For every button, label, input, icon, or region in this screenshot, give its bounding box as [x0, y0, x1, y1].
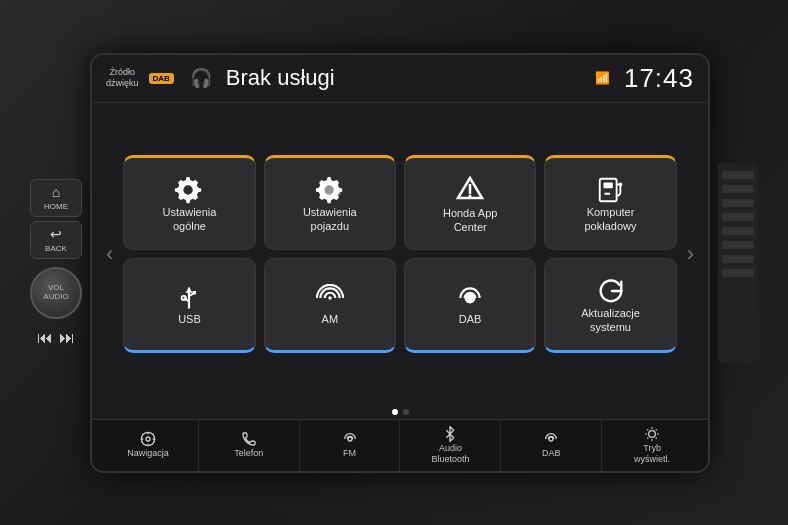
- home-icon: ⌂: [52, 184, 60, 200]
- prev-track-button[interactable]: ⏮: [37, 329, 53, 347]
- back-button[interactable]: ↩ BACK: [30, 221, 82, 259]
- nav-label-dab: DAB: [542, 448, 561, 459]
- vent-slat: [722, 185, 754, 193]
- tile-ustawienia-ogolne[interactable]: Ustawieniaogólne: [123, 155, 255, 250]
- navigation-icon: [140, 431, 156, 447]
- clock-display: 17:43: [624, 63, 694, 94]
- prev-page-arrow[interactable]: ‹: [100, 241, 119, 267]
- vent-slat: [722, 255, 754, 263]
- car-gear-icon: [315, 175, 345, 205]
- svg-rect-4: [603, 182, 612, 188]
- svg-point-24: [649, 430, 656, 437]
- app-center-icon: [454, 174, 486, 206]
- tile-label-dab: DAB: [459, 312, 482, 326]
- app-grid: Ustawieniaogólne Ustawieniapojazdu: [119, 155, 680, 353]
- svg-point-2: [469, 194, 472, 197]
- nav-item-audio-bluetooth[interactable]: AudioBluetooth: [400, 420, 501, 471]
- svg-line-29: [647, 429, 648, 430]
- tile-komputer-pokladowy[interactable]: Komputerpokładowy: [544, 155, 676, 250]
- vent-slat: [722, 171, 754, 179]
- dab-badge: DAB: [149, 73, 174, 84]
- tile-usb[interactable]: USB: [123, 258, 255, 353]
- update-icon: [596, 276, 626, 306]
- phone-icon: [241, 431, 257, 447]
- svg-marker-8: [186, 287, 193, 292]
- nav-label-nawigacja: Nawigacja: [127, 448, 169, 459]
- svg-rect-3: [599, 178, 616, 201]
- bluetooth-icon: [442, 426, 458, 442]
- svg-line-32: [656, 429, 657, 430]
- vol-label: VOLAUDIO: [43, 284, 68, 302]
- home-button[interactable]: ⌂ HOME: [30, 179, 82, 217]
- vent-slat: [722, 199, 754, 207]
- svg-point-22: [348, 437, 352, 441]
- tile-ustawienia-pojazdu[interactable]: Ustawieniapojazdu: [264, 155, 396, 250]
- tile-dab[interactable]: DAB: [404, 258, 536, 353]
- tile-label-komputer-pokladowy: Komputerpokładowy: [585, 205, 637, 234]
- display-icon: [644, 426, 660, 442]
- next-track-button[interactable]: ⏭: [59, 329, 75, 347]
- radio-waves-icon: [316, 284, 344, 312]
- left-controls: ⌂ HOME ↩ BACK VOLAUDIO ⏮ ⏭: [30, 179, 82, 347]
- vent-slat: [722, 269, 754, 277]
- svg-point-5: [618, 182, 622, 186]
- nav-item-fm[interactable]: FM: [300, 420, 401, 471]
- dot-1: [392, 409, 398, 415]
- nav-item-tryb-wyswietl[interactable]: Trybwyświetl.: [602, 420, 702, 471]
- page-indicators: [92, 405, 708, 419]
- svg-point-13: [328, 296, 332, 300]
- gear-icon: [174, 175, 204, 205]
- bottom-nav-bar: Nawigacja Telefon FM A: [92, 419, 708, 471]
- svg-line-30: [656, 438, 657, 439]
- next-page-arrow[interactable]: ›: [681, 241, 700, 267]
- dab-nav-icon: [543, 431, 559, 447]
- tile-label-aktualizacje-systemu: Aktualizacjesystemu: [581, 306, 640, 335]
- car-frame: ⌂ HOME ↩ BACK VOLAUDIO ⏮ ⏭ Źródło dźwięk…: [0, 0, 788, 525]
- main-screen: Źródło dźwięku DAB 🎧 Brak usługi 📶 17:43…: [90, 53, 710, 473]
- dab-icon: [456, 284, 484, 312]
- vol-audio-knob[interactable]: VOLAUDIO: [30, 267, 82, 319]
- tile-label-ustawienia-pojazdu: Ustawieniapojazdu: [303, 205, 357, 234]
- svg-point-23: [549, 437, 553, 441]
- fm-icon: [342, 431, 358, 447]
- svg-point-17: [146, 437, 150, 441]
- vent-slat: [722, 241, 754, 249]
- fuel-icon: [596, 175, 626, 205]
- nav-label-fm: FM: [343, 448, 356, 459]
- home-label: HOME: [44, 202, 68, 211]
- tile-honda-app-center[interactable]: Honda AppCenter: [404, 155, 536, 250]
- source-label: Źródło: [110, 67, 136, 78]
- headphone-icon: 🎧: [190, 67, 212, 89]
- tile-label-ustawienia-ogolne: Ustawieniaogólne: [163, 205, 217, 234]
- back-label: BACK: [45, 244, 67, 253]
- dot-2: [403, 409, 409, 415]
- nav-item-dab[interactable]: DAB: [501, 420, 602, 471]
- source-label2: dźwięku: [106, 78, 139, 89]
- source-button[interactable]: Źródło dźwięku: [106, 67, 139, 89]
- content-area: ‹ Ustawieniaogólne Ustawieniapojazdu: [92, 103, 708, 405]
- tile-label-usb: USB: [178, 312, 201, 326]
- vent-slat: [722, 213, 754, 221]
- svg-rect-10: [193, 291, 197, 295]
- nav-label-tryb-wyswietl: Trybwyświetl.: [634, 443, 670, 465]
- svg-line-31: [647, 438, 648, 439]
- vent-slat: [722, 227, 754, 235]
- top-bar: Źródło dźwięku DAB 🎧 Brak usługi 📶 17:43: [92, 55, 708, 103]
- tile-aktualizacje-systemu[interactable]: Aktualizacjesystemu: [544, 258, 676, 353]
- signal-icon: 📶: [595, 71, 610, 85]
- tile-label-am: AM: [322, 312, 339, 326]
- usb-icon: [175, 284, 203, 312]
- nav-label-audio-bluetooth: AudioBluetooth: [431, 443, 469, 465]
- tile-label-honda-app-center: Honda AppCenter: [443, 206, 497, 235]
- back-icon: ↩: [50, 226, 62, 242]
- tile-am[interactable]: AM: [264, 258, 396, 353]
- nav-item-telefon[interactable]: Telefon: [199, 420, 300, 471]
- nav-label-telefon: Telefon: [234, 448, 263, 459]
- right-vent: [718, 163, 758, 363]
- track-controls: ⏮ ⏭: [37, 329, 75, 347]
- nav-item-nawigacja[interactable]: Nawigacja: [98, 420, 199, 471]
- main-title: Brak usługi: [226, 65, 585, 91]
